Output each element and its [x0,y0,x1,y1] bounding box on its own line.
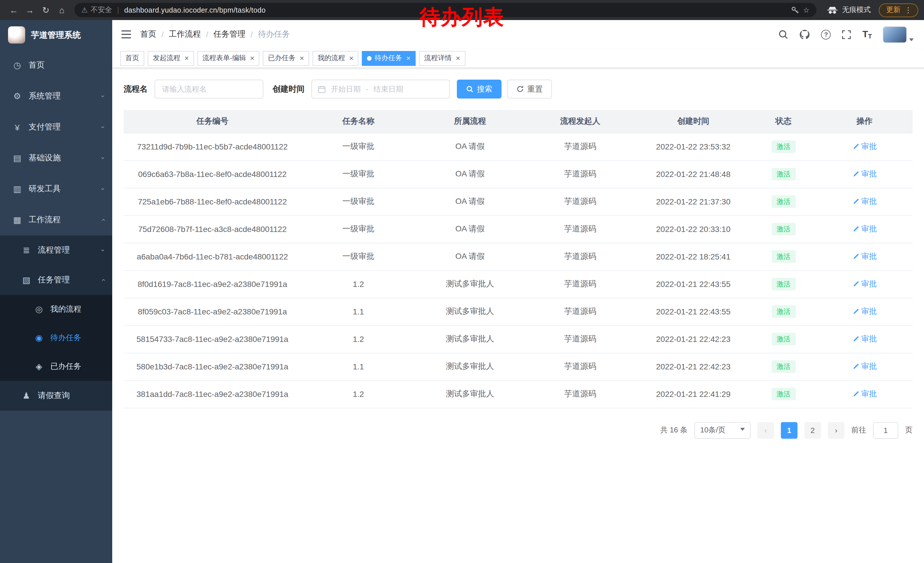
cell-task-name: 1.1 [301,353,416,380]
fullscreen-icon[interactable] [842,30,852,39]
sidebar-item-todo-tasks[interactable]: ◉ 待办任务 [0,324,112,352]
cell-process: 测试多审批人 [416,325,524,353]
tab-process-detail[interactable]: 流程详情 × [419,51,465,66]
col-initiator: 流程发起人 [524,110,636,133]
approve-link[interactable]: 审批 [852,306,877,317]
sidebar-item-infrastructure[interactable]: ▤ 基础设施 › [0,143,112,174]
browser-update-button[interactable]: 更新 ⋮ [879,3,918,17]
status-badge: 激活 [771,387,795,401]
next-page-button[interactable]: › [828,422,844,438]
cell-task-id: 8f0d1619-7ac8-11ec-a9e2-a2380e71991a [124,270,301,298]
cell-initiator: 芋道源码 [524,188,636,215]
cell-initiator: 芋道源码 [524,270,636,298]
tab-process-form-edit[interactable]: 流程表单-编辑 × [197,51,260,66]
cell-process: 测试多审批人 [416,270,524,298]
page-button-2[interactable]: 2 [804,422,821,438]
github-icon[interactable] [800,29,810,40]
close-icon[interactable]: × [184,54,189,62]
sidebar-item-process-mgmt[interactable]: ≣ 流程管理 › [0,236,112,265]
approve-link[interactable]: 审批 [852,224,877,234]
cell-initiator: 芋道源码 [524,298,636,325]
table-row: 73211d9d-7b9b-11ec-b5b7-acde48001122一级审批… [124,133,912,161]
sidebar-item-payment[interactable]: ¥ 支付管理 › [0,112,112,143]
close-icon[interactable]: × [456,54,460,62]
cell-process: 测试多审批人 [416,380,524,408]
approve-link[interactable]: 审批 [852,279,877,289]
process-name-input[interactable] [154,80,263,99]
avatar[interactable] [883,26,907,43]
goto-page-input[interactable] [873,422,898,438]
search-button[interactable]: 搜索 [457,80,501,99]
status-badge: 激活 [771,250,795,263]
cell-task-id: 73211d9d-7b9b-11ec-b5b7-acde48001122 [124,133,301,161]
page-size-select[interactable]: 10条/页 [694,422,750,438]
approve-link[interactable]: 审批 [852,389,877,399]
user-menu[interactable] [883,26,914,43]
end-date-placeholder[interactable]: 结束日期 [374,84,404,94]
sidebar-item-leave-query[interactable]: ♟ 请假查询 [0,381,112,411]
bookmark-star-icon[interactable]: ☆ [803,6,810,14]
tab-my-processes[interactable]: 我的流程 × [313,51,358,66]
sidebar-item-devtools[interactable]: ▥ 研发工具 › [0,174,112,204]
browser-back-icon[interactable]: ← [6,2,22,18]
cell-created: 2022-01-22 21:37:30 [636,188,750,215]
list-icon: ≣ [21,245,32,255]
app-logo[interactable]: 芋道管理系统 [0,20,112,50]
table-row: 069c6a63-7b8a-11ec-8ef0-acde48001122一级审批… [124,161,912,188]
close-icon[interactable]: × [406,54,411,62]
approve-link[interactable]: 审批 [852,197,877,207]
browser-forward-icon[interactable]: → [22,2,38,18]
screen: ← → ↻ ⌂ ⚠ 不安全 | dashboard.yudao.iocoder.… [0,0,924,563]
approve-link[interactable]: 审批 [852,141,877,152]
breadcrumb-workflow[interactable]: 工作流程 [169,29,201,39]
approve-link[interactable]: 审批 [852,334,877,344]
breadcrumb-current: 待办任务 [258,29,290,39]
caret-down-icon [909,38,914,41]
date-range-picker[interactable]: 开始日期 - 结束日期 [311,80,450,99]
breadcrumb-task-mgmt[interactable]: 任务管理 [213,29,246,39]
tab-home[interactable]: 首页 [120,51,144,66]
sidebar-item-done-tasks[interactable]: ◈ 已办任务 [0,352,112,381]
approve-link[interactable]: 审批 [852,251,877,262]
browser-reload-icon[interactable]: ↻ [38,2,54,18]
url-text[interactable]: dashboard.yudao.iocoder.cn/bpm/task/todo [124,6,266,14]
approve-link[interactable]: 审批 [852,169,877,179]
browser-menu-icon[interactable]: ⋮ [904,6,912,14]
edit-pencil-icon [852,198,859,205]
prev-page-button[interactable]: ‹ [758,422,774,438]
search-icon[interactable] [778,29,789,39]
sidebar-toggle-icon[interactable] [122,30,131,38]
close-icon[interactable]: × [250,54,254,62]
font-size-icon[interactable]: TT [862,29,872,39]
tab-done-tasks[interactable]: 已办任务 × [263,51,309,66]
cell-action: 审批 [816,188,912,215]
sidebar-item-my-processes[interactable]: ◎ 我的流程 [0,295,112,324]
sidebar-item-task-mgmt[interactable]: ▧ 任务管理 › [0,265,112,295]
key-icon[interactable] [790,6,799,14]
reset-button[interactable]: 重置 [507,80,552,99]
sidebar-item-home[interactable]: ◷ 首页 [0,50,112,81]
close-icon[interactable]: × [349,54,354,62]
page-button-1[interactable]: 1 [781,422,798,438]
breadcrumb-home[interactable]: 首页 [140,29,156,39]
incognito-badge: 无痕模式 [821,5,876,15]
tab-start-process[interactable]: 发起流程 × [148,51,194,66]
tab-todo-tasks[interactable]: 待办任务 × [362,51,416,66]
col-process: 所属流程 [416,110,524,133]
start-date-placeholder[interactable]: 开始日期 [331,84,361,94]
total-count: 共 16 条 [660,425,687,435]
security-label[interactable]: 不安全 [90,5,112,15]
chevron-down-icon: › [99,157,107,159]
cell-process: OA 请假 [416,161,524,188]
approve-link[interactable]: 审批 [852,362,877,372]
cell-initiator: 芋道源码 [524,161,636,188]
browser-home-icon[interactable]: ⌂ [54,2,70,18]
sidebar-item-workflow[interactable]: ▦ 工作流程 › [0,204,112,236]
close-icon[interactable]: × [299,54,304,62]
chevron-up-icon: › [99,279,107,281]
cell-process: 测试多审批人 [416,298,524,325]
sidebar-item-system[interactable]: ⚙ 系统管理 › [0,81,112,112]
cell-action: 审批 [816,298,912,325]
cell-initiator: 芋道源码 [524,380,636,408]
help-icon[interactable]: ? [821,30,831,39]
